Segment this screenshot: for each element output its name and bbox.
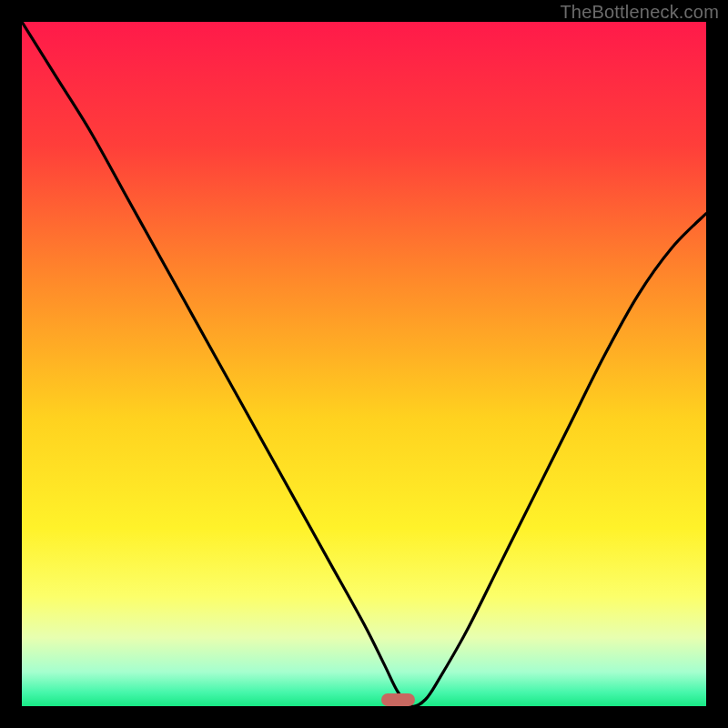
- optimum-marker: [381, 693, 416, 706]
- bottleneck-curve: [22, 22, 706, 706]
- chart-frame: TheBottleneck.com: [0, 0, 728, 728]
- watermark-text: TheBottleneck.com: [560, 2, 719, 23]
- plot-area: [22, 22, 706, 706]
